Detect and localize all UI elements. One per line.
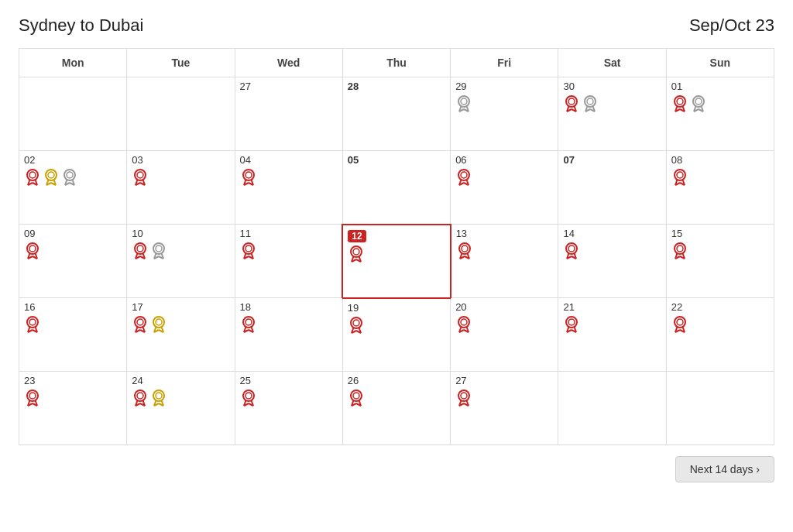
svg-point-0 — [458, 96, 469, 107]
calendar-cell[interactable]: 08 — [666, 151, 774, 225]
svg-point-54 — [243, 170, 254, 180]
svg-point-102 — [459, 243, 470, 254]
svg-point-126 — [135, 317, 146, 328]
award-icon-red — [348, 390, 365, 407]
calendar-cell[interactable]: 27 — [451, 372, 558, 445]
award-icon-red — [24, 169, 41, 186]
calendar-cell[interactable] — [127, 77, 235, 151]
calendar-cell[interactable] — [19, 77, 127, 151]
svg-point-144 — [351, 317, 362, 328]
calendar-cell[interactable]: 12 — [342, 225, 450, 298]
day-number: 28 — [348, 81, 445, 92]
calendar-cell[interactable]: 22 — [666, 298, 774, 372]
calendar-cell[interactable]: 26 — [342, 372, 450, 445]
award-icon-gold — [150, 316, 167, 333]
awards-container — [455, 316, 553, 333]
day-number: 05 — [348, 154, 445, 166]
svg-point-193 — [353, 393, 359, 399]
next-14-days-button[interactable]: Next 14 days › — [675, 456, 774, 482]
calendar-cell[interactable]: 13 — [451, 225, 558, 298]
calendar-cell[interactable]: 01 — [666, 77, 774, 151]
award-icon-red — [455, 316, 472, 333]
awards-container — [132, 242, 229, 259]
calendar-cell[interactable]: 03 — [127, 151, 235, 225]
calendar-cell[interactable]: 02 — [19, 151, 127, 225]
calendar-cell[interactable]: 25 — [235, 372, 342, 445]
day-number: 16 — [24, 301, 122, 313]
calendar-cell[interactable]: 05 — [342, 151, 450, 225]
day-number: 27 — [240, 81, 338, 92]
page-title: Sydney to Dubai — [19, 15, 143, 36]
award-icon-red — [456, 242, 473, 259]
award-icon-red — [563, 316, 580, 333]
calendar-cell[interactable]: 10 — [127, 225, 235, 298]
day-number: 23 — [24, 375, 122, 386]
calendar-cell[interactable]: 11 — [235, 225, 342, 298]
day-number: 10 — [132, 228, 229, 239]
day-number: 25 — [240, 375, 338, 386]
calendar-cell[interactable]: 24 — [127, 372, 235, 445]
svg-point-78 — [135, 243, 146, 254]
calendar-cell[interactable] — [558, 372, 666, 445]
award-icon-gray — [690, 95, 707, 112]
calendar-cell[interactable]: 29 — [451, 77, 558, 151]
day-number: 09 — [24, 228, 122, 239]
day-number: 15 — [671, 228, 769, 239]
calendar-cell[interactable]: 15 — [666, 225, 774, 298]
day-header-sun: Sun — [666, 49, 774, 77]
svg-point-49 — [137, 172, 143, 178]
day-number: 11 — [240, 228, 338, 239]
day-number: 07 — [563, 154, 661, 166]
svg-point-73 — [29, 245, 36, 252]
svg-point-108 — [566, 243, 577, 254]
day-number: 02 — [24, 154, 122, 166]
awards-container — [671, 169, 769, 186]
svg-point-145 — [353, 320, 359, 326]
award-icon-red — [240, 390, 257, 407]
calendar-cell[interactable] — [666, 372, 774, 445]
calendar-cell[interactable]: 07 — [558, 151, 666, 225]
calendar-cell[interactable]: 21 — [558, 298, 666, 372]
svg-point-1 — [461, 98, 467, 105]
svg-point-132 — [153, 317, 164, 328]
svg-point-43 — [67, 172, 73, 178]
svg-point-121 — [29, 319, 36, 325]
award-icon-gold — [150, 390, 167, 407]
calendar-cell[interactable]: 30 — [558, 77, 666, 151]
calendar-cell[interactable]: 14 — [558, 225, 666, 298]
svg-point-114 — [675, 243, 685, 254]
svg-point-151 — [461, 319, 467, 325]
calendar-cell[interactable]: 28 — [342, 77, 450, 151]
calendar-cell[interactable]: 18 — [235, 298, 342, 372]
calendar-cell[interactable]: 04 — [235, 151, 342, 225]
day-number: 27 — [455, 375, 553, 386]
calendar-cell[interactable]: 20 — [451, 298, 558, 372]
svg-point-138 — [243, 317, 254, 328]
header: Sydney to Dubai Sep/Oct 23 — [19, 15, 774, 36]
award-icon-red — [240, 242, 257, 259]
svg-point-163 — [677, 319, 683, 325]
awards-container — [240, 169, 338, 186]
calendar-cell[interactable]: 06 — [451, 151, 558, 225]
svg-point-139 — [245, 319, 252, 325]
svg-point-84 — [153, 243, 164, 254]
svg-point-12 — [585, 96, 596, 107]
calendar-cell[interactable]: 23 — [19, 372, 127, 445]
awards-container — [671, 242, 769, 259]
calendar-cell[interactable]: 19 — [342, 298, 450, 372]
calendar-cell[interactable]: 17 — [127, 298, 235, 372]
awards-container — [240, 316, 338, 333]
day-number: 04 — [240, 154, 338, 166]
svg-point-127 — [137, 319, 143, 325]
svg-point-174 — [135, 390, 146, 401]
award-icon-gray — [455, 95, 472, 112]
calendar-cell[interactable]: 16 — [19, 298, 127, 372]
day-header-sat: Sat — [558, 49, 666, 77]
calendar-cell[interactable]: 27 — [235, 77, 342, 151]
day-header-fri: Fri — [451, 49, 558, 77]
award-icon-red — [671, 169, 688, 186]
calendar-cell[interactable]: 09 — [19, 225, 127, 298]
day-header-mon: Mon — [19, 49, 127, 77]
svg-point-60 — [458, 170, 469, 180]
svg-point-150 — [458, 317, 469, 328]
